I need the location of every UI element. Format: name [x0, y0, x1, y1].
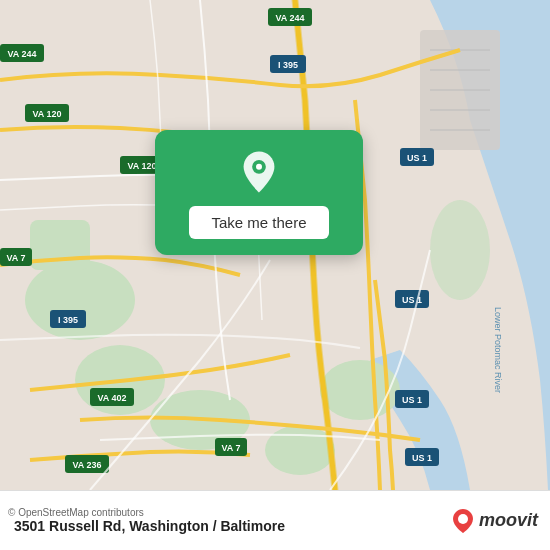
- map-attribution: © OpenStreetMap contributors: [8, 507, 285, 518]
- map-container: I 395 I 395 US 1 US 1 US 1 US 1 VA 244 V…: [0, 0, 550, 490]
- svg-point-7: [430, 200, 490, 300]
- location-pin-icon: [235, 148, 283, 196]
- svg-text:VA 7: VA 7: [221, 443, 240, 453]
- svg-text:VA 120: VA 120: [127, 161, 156, 171]
- moovit-logo: moovit: [451, 507, 538, 535]
- svg-text:VA 402: VA 402: [97, 393, 126, 403]
- svg-text:US 1: US 1: [407, 153, 427, 163]
- svg-point-44: [256, 164, 262, 170]
- bottom-bar: © OpenStreetMap contributors 3501 Russel…: [0, 490, 550, 550]
- svg-text:VA 244: VA 244: [275, 13, 304, 23]
- svg-text:I 395: I 395: [58, 315, 78, 325]
- take-me-there-button[interactable]: Take me there: [189, 206, 328, 239]
- svg-point-5: [265, 425, 335, 475]
- moovit-pin-icon: [451, 507, 475, 535]
- svg-text:VA 236: VA 236: [72, 460, 101, 470]
- svg-text:US 1: US 1: [412, 453, 432, 463]
- svg-point-45: [458, 514, 468, 524]
- svg-text:I 395: I 395: [278, 60, 298, 70]
- moovit-wordmark: moovit: [479, 510, 538, 531]
- svg-text:VA 7: VA 7: [6, 253, 25, 263]
- address-label: 3501 Russell Rd, Washington / Baltimore: [8, 518, 285, 534]
- svg-text:Lower Potomac River: Lower Potomac River: [493, 307, 503, 393]
- popup-card: Take me there: [155, 130, 363, 255]
- svg-text:VA 244: VA 244: [7, 49, 36, 59]
- svg-text:VA 120: VA 120: [32, 109, 61, 119]
- svg-text:US 1: US 1: [402, 395, 422, 405]
